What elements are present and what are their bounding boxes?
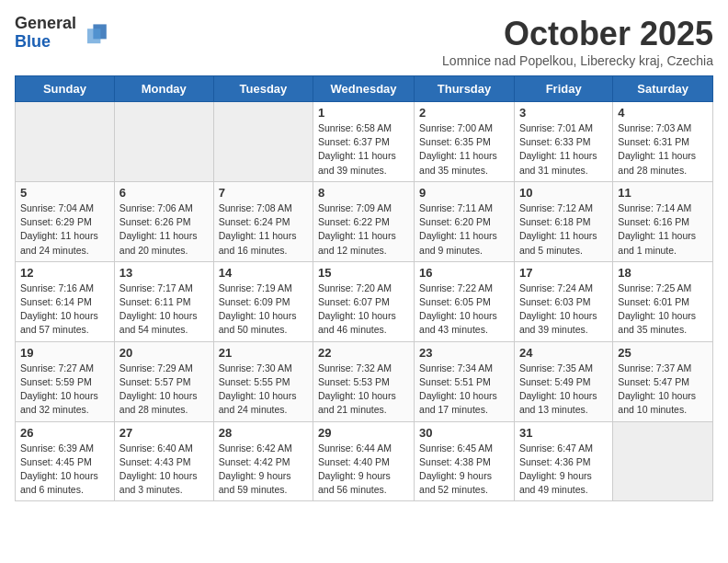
day-info: Sunrise: 7:04 AM Sunset: 6:29 PM Dayligh… [20,201,109,258]
day-number: 1 [318,106,409,120]
day-number: 18 [618,266,708,280]
table-row: 7Sunrise: 7:08 AM Sunset: 6:24 PM Daylig… [213,181,313,261]
table-row: 26Sunrise: 6:39 AM Sunset: 4:45 PM Dayli… [16,421,115,501]
day-of-week-header: Thursday [415,76,515,102]
day-info: Sunrise: 7:32 AM Sunset: 5:53 PM Dayligh… [318,362,409,418]
calendar-header-row: SundayMondayTuesdayWednesdayThursdayFrid… [16,76,713,102]
day-info: Sunrise: 7:12 AM Sunset: 6:18 PM Dayligh… [519,201,608,258]
table-row: 17Sunrise: 7:24 AM Sunset: 6:03 PM Dayli… [514,261,612,341]
table-row: 3Sunrise: 7:01 AM Sunset: 6:33 PM Daylig… [514,102,612,182]
table-row: 30Sunrise: 6:45 AM Sunset: 4:38 PM Dayli… [415,421,515,501]
table-row: 24Sunrise: 7:35 AM Sunset: 5:49 PM Dayli… [514,341,612,421]
day-info: Sunrise: 7:27 AM Sunset: 5:59 PM Dayligh… [20,362,109,418]
day-of-week-header: Sunday [16,76,115,102]
day-number: 19 [20,346,109,360]
day-info: Sunrise: 7:01 AM Sunset: 6:33 PM Dayligh… [519,121,608,178]
table-row: 4Sunrise: 7:03 AM Sunset: 6:31 PM Daylig… [613,102,713,182]
day-number: 15 [318,266,409,280]
day-number: 17 [519,266,608,280]
day-info: Sunrise: 6:39 AM Sunset: 4:45 PM Dayligh… [20,442,109,498]
calendar-week-row: 1Sunrise: 6:58 AM Sunset: 6:37 PM Daylig… [16,102,713,182]
logo: General Blue [15,15,109,52]
day-of-week-header: Friday [514,76,612,102]
day-number: 16 [419,266,509,280]
day-number: 4 [618,106,708,120]
day-number: 11 [618,186,708,200]
table-row: 28Sunrise: 6:42 AM Sunset: 4:42 PM Dayli… [213,421,313,501]
logo-general-text: General [15,15,76,33]
day-number: 29 [318,426,409,440]
table-row: 10Sunrise: 7:12 AM Sunset: 6:18 PM Dayli… [514,181,612,261]
table-row: 1Sunrise: 6:58 AM Sunset: 6:37 PM Daylig… [313,102,415,182]
day-number: 7 [219,186,308,200]
day-number: 25 [618,346,708,360]
table-row: 5Sunrise: 7:04 AM Sunset: 6:29 PM Daylig… [16,181,115,261]
svg-marker-1 [87,29,100,43]
day-info: Sunrise: 7:29 AM Sunset: 5:57 PM Dayligh… [119,362,209,418]
day-info: Sunrise: 7:20 AM Sunset: 6:07 PM Dayligh… [318,282,409,338]
day-number: 30 [419,426,509,440]
day-info: Sunrise: 7:24 AM Sunset: 6:03 PM Dayligh… [519,282,608,338]
day-info: Sunrise: 7:22 AM Sunset: 6:05 PM Dayligh… [419,282,509,338]
day-number: 20 [119,346,209,360]
table-row: 29Sunrise: 6:44 AM Sunset: 4:40 PM Dayli… [313,421,415,501]
table-row [613,421,713,501]
day-info: Sunrise: 6:45 AM Sunset: 4:38 PM Dayligh… [419,442,509,498]
day-of-week-header: Saturday [613,76,713,102]
day-info: Sunrise: 7:19 AM Sunset: 6:09 PM Dayligh… [219,282,308,338]
calendar-week-row: 5Sunrise: 7:04 AM Sunset: 6:29 PM Daylig… [16,181,713,261]
day-number: 8 [318,186,409,200]
logo-blue-text: Blue [15,33,76,52]
day-info: Sunrise: 7:11 AM Sunset: 6:20 PM Dayligh… [419,201,509,258]
calendar-week-row: 12Sunrise: 7:16 AM Sunset: 6:14 PM Dayli… [16,261,713,341]
table-row: 22Sunrise: 7:32 AM Sunset: 5:53 PM Dayli… [313,341,415,421]
day-info: Sunrise: 7:09 AM Sunset: 6:22 PM Dayligh… [318,201,409,258]
day-info: Sunrise: 6:40 AM Sunset: 4:43 PM Dayligh… [119,442,209,498]
day-info: Sunrise: 7:17 AM Sunset: 6:11 PM Dayligh… [119,282,209,338]
location-subtitle: Lomnice nad Popelkou, Liberecky kraj, Cz… [442,53,713,68]
page-header: General Blue October 2025 Lomnice nad Po… [15,15,713,68]
day-of-week-header: Tuesday [213,76,313,102]
day-number: 5 [20,186,109,200]
day-info: Sunrise: 6:42 AM Sunset: 4:42 PM Dayligh… [219,442,308,498]
day-number: 28 [219,426,308,440]
day-info: Sunrise: 6:44 AM Sunset: 4:40 PM Dayligh… [318,442,409,498]
table-row [114,102,213,182]
day-number: 23 [419,346,509,360]
day-info: Sunrise: 7:34 AM Sunset: 5:51 PM Dayligh… [419,362,509,418]
month-title: October 2025 [442,15,713,53]
table-row [16,102,115,182]
day-info: Sunrise: 7:14 AM Sunset: 6:16 PM Dayligh… [618,201,708,258]
day-number: 31 [519,426,608,440]
day-number: 12 [20,266,109,280]
table-row: 14Sunrise: 7:19 AM Sunset: 6:09 PM Dayli… [213,261,313,341]
day-info: Sunrise: 7:08 AM Sunset: 6:24 PM Dayligh… [219,201,308,258]
day-info: Sunrise: 7:00 AM Sunset: 6:35 PM Dayligh… [419,121,509,178]
day-number: 27 [119,426,209,440]
day-of-week-header: Wednesday [313,76,415,102]
table-row: 13Sunrise: 7:17 AM Sunset: 6:11 PM Dayli… [114,261,213,341]
title-block: October 2025 Lomnice nad Popelkou, Liber… [442,15,713,68]
day-number: 6 [119,186,209,200]
day-number: 9 [419,186,509,200]
table-row: 16Sunrise: 7:22 AM Sunset: 6:05 PM Dayli… [415,261,515,341]
table-row: 20Sunrise: 7:29 AM Sunset: 5:57 PM Dayli… [114,341,213,421]
calendar-week-row: 26Sunrise: 6:39 AM Sunset: 4:45 PM Dayli… [16,421,713,501]
day-number: 2 [419,106,509,120]
table-row: 23Sunrise: 7:34 AM Sunset: 5:51 PM Dayli… [415,341,515,421]
day-info: Sunrise: 7:37 AM Sunset: 5:47 PM Dayligh… [618,362,708,418]
day-number: 22 [318,346,409,360]
table-row: 6Sunrise: 7:06 AM Sunset: 6:26 PM Daylig… [114,181,213,261]
day-number: 24 [519,346,608,360]
table-row: 19Sunrise: 7:27 AM Sunset: 5:59 PM Dayli… [16,341,115,421]
day-number: 10 [519,186,608,200]
day-info: Sunrise: 7:06 AM Sunset: 6:26 PM Dayligh… [119,201,209,258]
calendar-table: SundayMondayTuesdayWednesdayThursdayFrid… [15,75,713,501]
day-number: 3 [519,106,608,120]
day-number: 14 [219,266,308,280]
table-row: 2Sunrise: 7:00 AM Sunset: 6:35 PM Daylig… [415,102,515,182]
day-number: 26 [20,426,109,440]
day-info: Sunrise: 6:47 AM Sunset: 4:36 PM Dayligh… [519,442,608,498]
table-row: 15Sunrise: 7:20 AM Sunset: 6:07 PM Dayli… [313,261,415,341]
table-row: 9Sunrise: 7:11 AM Sunset: 6:20 PM Daylig… [415,181,515,261]
